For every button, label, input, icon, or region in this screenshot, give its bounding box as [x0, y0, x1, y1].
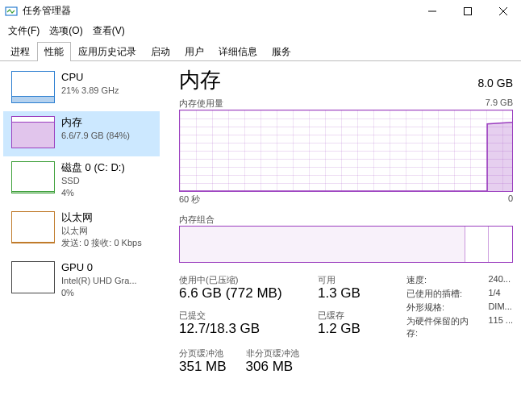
speed-value: 240... [488, 274, 513, 286]
sidebar-item-cpu[interactable]: CPU 21% 3.89 GHz [3, 66, 160, 111]
close-button[interactable] [486, 0, 521, 22]
eth-sub1: 以太网 [61, 225, 142, 236]
sidebar-item-gpu[interactable]: GPU 0 Intel(R) UHD Gra... 0% [3, 256, 160, 306]
hw-value: 115 ... [488, 315, 513, 339]
avail-value: 1.3 GB [318, 286, 395, 301]
nonpaged-label: 非分页缓冲池 [246, 347, 299, 360]
form-value: DIM... [488, 301, 513, 314]
svg-marker-5 [487, 123, 512, 191]
cpu-sub: 21% 3.89 GHz [61, 85, 119, 96]
gpu-sub1: Intel(R) UHD Gra... [61, 275, 137, 286]
slots-value: 1/4 [488, 288, 513, 300]
window-title: 任务管理器 [23, 4, 415, 18]
cpu-name: CPU [61, 71, 119, 84]
paged-label: 分页缓冲池 [179, 347, 227, 360]
tab-processes[interactable]: 进程 [3, 42, 37, 61]
tab-strip: 进程 性能 应用历史记录 启动 用户 详细信息 服务 [0, 44, 521, 61]
memory-heading: 内存 [179, 66, 221, 94]
eth-sub2: 发送: 0 接收: 0 Kbps [61, 237, 142, 248]
menu-bar: 文件(F) 选项(O) 查看(V) [0, 23, 521, 39]
tab-users[interactable]: 用户 [177, 42, 211, 61]
window-controls [415, 0, 521, 22]
ethernet-thumb [11, 211, 55, 243]
chart-usage-label: 内存使用量 [179, 98, 223, 110]
chart-axis-right: 0 [508, 193, 513, 206]
disk-sub2: 4% [61, 187, 125, 198]
perf-sidebar: CPU 21% 3.89 GHz 内存 6.6/7.9 GB (84%) 磁盘 … [0, 61, 165, 420]
svg-rect-2 [465, 7, 472, 15]
menu-file[interactable]: 文件(F) [3, 23, 44, 39]
memory-composition-chart[interactable] [179, 226, 513, 263]
sidebar-item-ethernet[interactable]: 以太网 以太网 发送: 0 接收: 0 Kbps [3, 206, 160, 256]
slots-label: 已使用的插槽: [406, 288, 478, 300]
title-bar: 任务管理器 [0, 0, 521, 23]
disk-thumb [11, 161, 55, 193]
main-panel: 内存 8.0 GB 内存使用量 7.9 GB 60 秒 0 内存组合 [165, 61, 521, 420]
form-label: 外形规格: [406, 301, 478, 314]
disk-sub1: SSD [61, 175, 125, 186]
tab-app-history[interactable]: 应用历史记录 [71, 42, 144, 61]
chart-composition-label: 内存组合 [179, 214, 215, 226]
sidebar-item-disk[interactable]: 磁盘 0 (C: D:) SSD 4% [3, 156, 160, 206]
chart-usage-max: 7.9 GB [486, 98, 513, 110]
chart-axis-left: 60 秒 [179, 193, 200, 206]
cached-value: 1.2 GB [318, 322, 395, 337]
speed-label: 速度: [406, 274, 478, 286]
menu-view[interactable]: 查看(V) [88, 23, 130, 39]
tab-performance[interactable]: 性能 [37, 42, 71, 61]
memory-sub: 6.6/7.9 GB (84%) [61, 130, 130, 141]
tab-details[interactable]: 详细信息 [211, 42, 265, 61]
avail-label: 可用 [318, 274, 395, 286]
eth-name: 以太网 [61, 211, 142, 224]
minimize-button[interactable] [415, 0, 450, 22]
gpu-sub2: 0% [61, 287, 137, 298]
in-use-value: 6.6 GB (772 MB) [179, 286, 318, 301]
gpu-name: GPU 0 [61, 261, 137, 274]
gpu-thumb [11, 261, 55, 293]
committed-label: 已提交 [179, 310, 318, 322]
cpu-thumb [11, 71, 55, 103]
app-icon [5, 5, 18, 18]
menu-options[interactable]: 选项(O) [44, 23, 87, 39]
memory-name: 内存 [61, 116, 130, 129]
hw-label: 为硬件保留的内存: [406, 315, 478, 339]
memory-usage-chart[interactable] [179, 110, 513, 192]
cached-label: 已缓存 [318, 310, 395, 322]
nonpaged-value: 306 MB [246, 360, 299, 375]
memory-thumb [11, 116, 55, 148]
tab-services[interactable]: 服务 [265, 42, 298, 61]
committed-value: 12.7/18.3 GB [179, 322, 318, 337]
memory-total: 8.0 GB [477, 70, 513, 89]
paged-value: 351 MB [179, 360, 227, 375]
in-use-label: 使用中(已压缩) [179, 274, 318, 286]
maximize-button[interactable] [450, 0, 486, 22]
tab-startup[interactable]: 启动 [144, 42, 177, 61]
sidebar-item-memory[interactable]: 内存 6.6/7.9 GB (84%) [3, 111, 160, 156]
disk-name: 磁盘 0 (C: D:) [61, 161, 125, 174]
